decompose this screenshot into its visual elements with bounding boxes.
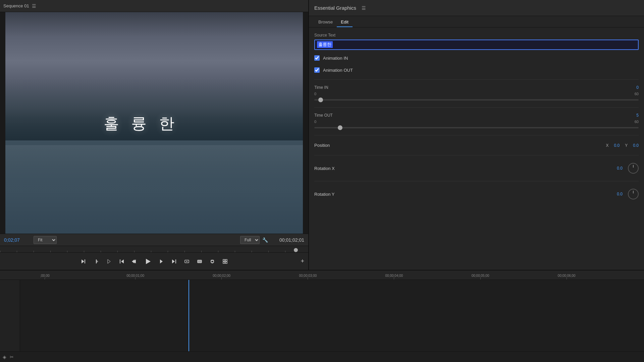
timeline-tick: 00;00;06;00: [558, 274, 576, 280]
camera-button[interactable]: [208, 257, 217, 265]
track-area: [20, 280, 644, 351]
timeline-ruler: ;00;0000;00;01;0000;00;02;0000;00;03;000…: [0, 270, 644, 280]
animation-out-checkbox[interactable]: [314, 67, 320, 73]
animation-out-label: Animation OUT: [323, 68, 353, 73]
preview-controls-bar: 0;02;07 Fit 25% 50% 75% 100% Full 1/2 1/…: [0, 234, 308, 246]
go-start-button[interactable]: [117, 257, 126, 265]
svg-rect-42: [225, 259, 227, 261]
svg-marker-26: [121, 259, 124, 263]
transport-bar: +: [0, 252, 308, 270]
mark-point-button[interactable]: [92, 257, 101, 265]
time-in-min: 0: [314, 92, 316, 96]
animation-in-label: Animation IN: [323, 56, 348, 61]
position-x-value[interactable]: 0.0: [614, 143, 620, 148]
fit-dropdown[interactable]: Fit 25% 50% 75% 100%: [34, 236, 57, 244]
sequence-bar: Sequence 01 ☰: [0, 0, 308, 12]
animation-out-row: Animation OUT: [314, 66, 639, 74]
svg-marker-24: [96, 260, 98, 263]
svg-marker-32: [172, 259, 175, 263]
svg-rect-27: [120, 259, 120, 263]
timeline-razor-icon[interactable]: ✂: [10, 354, 14, 360]
time-out-slider-thumb[interactable]: [338, 125, 342, 130]
timeline-tick: 00;00;02;00: [213, 274, 230, 280]
time-in-label: Time IN: [314, 85, 328, 90]
time-in-value: 0: [636, 85, 639, 90]
eg-menu-icon[interactable]: ☰: [362, 5, 366, 11]
source-text-input[interactable]: [314, 40, 639, 50]
timeline-mark-icon[interactable]: ◈: [3, 354, 6, 360]
quality-dropdown[interactable]: Full 1/2 1/4: [240, 236, 260, 244]
time-out-min: 0: [314, 120, 316, 124]
svg-rect-43: [223, 262, 225, 263]
svg-marker-29: [132, 259, 135, 263]
eg-header: Essential Graphics ☰: [309, 0, 644, 16]
insert-button[interactable]: [182, 257, 192, 265]
multitrack-button[interactable]: [220, 257, 230, 265]
rotation-x-dial[interactable]: [628, 163, 639, 174]
rotation-y-label: Rotation Y: [314, 192, 334, 197]
play-step-button[interactable]: [157, 257, 166, 265]
animation-in-row: Animation IN: [314, 54, 639, 62]
time-out-max: 60: [635, 120, 639, 124]
svg-rect-44: [225, 262, 227, 263]
position-y-value[interactable]: 0.0: [633, 143, 639, 148]
eg-edit-content: Source Text 훌륭한 Animation IN Animation O…: [309, 27, 644, 270]
track-labels: [0, 280, 20, 351]
svg-rect-35: [186, 261, 187, 262]
time-in-slider-thumb[interactable]: [318, 98, 323, 102]
sequence-title: Sequence 01: [3, 3, 29, 8]
overwrite-button[interactable]: [195, 257, 204, 265]
divider-3: [314, 135, 639, 135]
tab-browse[interactable]: Browse: [314, 16, 337, 27]
svg-point-20: [294, 248, 298, 252]
timeline-ruler-ticks: ;00;0000;00;01;0000;00;02;0000;00;03;000…: [40, 270, 644, 280]
timeline-tick: 00;00;04;00: [385, 274, 403, 280]
step-back-button[interactable]: [130, 257, 139, 265]
video-preview: 훌 륭 한: [5, 12, 303, 234]
rotation-x-row: Rotation X 0.0: [314, 161, 639, 176]
go-end-button[interactable]: [169, 257, 179, 265]
position-row: Position X 0.0 Y 0.0: [314, 141, 639, 150]
rotation-x-value[interactable]: 0.0: [617, 166, 623, 171]
rotation-y-value[interactable]: 0.0: [617, 192, 623, 196]
svg-marker-21: [82, 259, 84, 263]
svg-marker-25: [108, 259, 110, 263]
mark-in-button[interactable]: [79, 257, 88, 265]
time-in-slider-track[interactable]: [314, 99, 639, 101]
time-out-label: Time OUT: [314, 113, 333, 118]
divider-4: [314, 155, 639, 156]
add-button[interactable]: +: [301, 258, 304, 265]
divider-2: [314, 107, 639, 108]
divider-1: [314, 79, 639, 80]
position-label: Position: [314, 143, 330, 148]
rotation-y-row: Rotation Y 0.0: [314, 187, 639, 201]
settings-icon[interactable]: 🔧: [262, 237, 268, 243]
play-button[interactable]: [143, 257, 153, 266]
playhead: [189, 280, 189, 351]
time-out-slider-track[interactable]: [314, 127, 639, 128]
source-text-section: Source Text 훌륭한: [314, 33, 639, 50]
divider-5: [314, 181, 639, 181]
mark-out-button[interactable]: [104, 257, 114, 265]
time-in-max: 60: [635, 92, 639, 96]
rotation-y-dial[interactable]: [628, 189, 639, 199]
eg-title: Essential Graphics: [314, 5, 356, 11]
time-out-value: 5: [636, 113, 639, 118]
svg-rect-36: [198, 260, 202, 263]
preview-ruler: [0, 246, 308, 252]
eg-tabs: Browse Edit: [309, 16, 644, 27]
svg-rect-41: [223, 259, 225, 261]
svg-rect-33: [175, 259, 176, 263]
svg-marker-30: [146, 259, 151, 264]
timecode-display: 00;01;02;01: [271, 237, 304, 243]
timeline-tick: 00;00;03;00: [299, 274, 317, 280]
current-time-display: 0;02;07: [4, 237, 31, 243]
svg-point-38: [211, 260, 214, 263]
rotation-x-label: Rotation X: [314, 166, 335, 171]
animation-in-checkbox[interactable]: [314, 55, 320, 61]
sequence-menu-icon[interactable]: ☰: [32, 3, 36, 9]
overlay-text: 훌 륭 한: [104, 113, 179, 134]
source-text-label: Source Text: [314, 33, 639, 38]
tab-edit[interactable]: Edit: [337, 16, 352, 27]
position-y-label: Y: [625, 143, 628, 148]
